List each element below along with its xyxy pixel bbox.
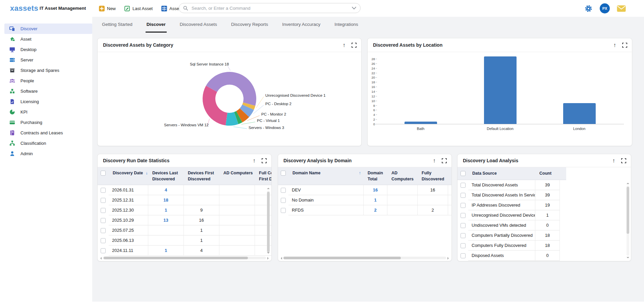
tab-discovered-assets[interactable]: Discovered Assets bbox=[179, 17, 218, 33]
cell-devices-last[interactable]: 1 bbox=[148, 205, 184, 215]
table-row[interactable]: DEV1616 bbox=[278, 185, 451, 195]
search-input[interactable] bbox=[191, 5, 349, 11]
horizontal-scrollbar[interactable] bbox=[99, 256, 270, 260]
sidebar-item-kpi[interactable]: KPI bbox=[4, 107, 92, 117]
table-row[interactable]: Undiscovered VMs detected0 bbox=[458, 220, 631, 230]
expand-icon[interactable] bbox=[622, 43, 627, 48]
tab-discover[interactable]: Discover bbox=[146, 17, 167, 33]
row-select-checkbox[interactable] bbox=[461, 203, 466, 208]
scroll-down-arrow[interactable] bbox=[627, 257, 629, 260]
row-select-checkbox[interactable] bbox=[101, 218, 106, 223]
tab-inventory-accuracy[interactable]: Inventory Accuracy bbox=[281, 17, 321, 33]
scroll-up-arrow[interactable] bbox=[267, 186, 270, 189]
sidebar-item-people[interactable]: People bbox=[4, 76, 92, 86]
table-row[interactable]: 2024.11.1114 bbox=[98, 246, 271, 256]
sidebar-item-desktop[interactable]: Desktop bbox=[4, 44, 92, 55]
scroll-left-arrow[interactable] bbox=[99, 257, 102, 260]
column-header-domain-name[interactable]: Domain Name↑ bbox=[288, 167, 364, 185]
sidebar-item-asset[interactable]: Asset bbox=[4, 34, 92, 44]
horizontal-scrollbar[interactable] bbox=[279, 256, 450, 260]
row-select-checkbox[interactable] bbox=[461, 243, 466, 248]
tab-getting-started[interactable]: Getting Started bbox=[101, 17, 133, 33]
cell-domain[interactable]: 16 bbox=[364, 185, 387, 195]
chevron-down-icon[interactable] bbox=[352, 7, 356, 9]
table-row[interactable]: Total Discovered Assets In Service39 bbox=[458, 190, 631, 200]
scroll-up-arrow[interactable] bbox=[627, 181, 629, 184]
cell-devices-last[interactable]: 1 bbox=[148, 246, 184, 256]
select-all-checkbox[interactable] bbox=[281, 171, 286, 176]
column-header-ad[interactable]: ADComputers bbox=[387, 167, 418, 185]
row-select-checkbox[interactable] bbox=[461, 183, 466, 188]
row-select-checkbox[interactable] bbox=[101, 228, 106, 233]
row-select-checkbox[interactable] bbox=[461, 253, 466, 258]
scrollbar-thumb[interactable] bbox=[267, 192, 270, 252]
table-row[interactable]: Unrecognised Discovered Devices1 bbox=[458, 210, 631, 220]
table-row[interactable]: RFDS22 bbox=[278, 205, 451, 215]
export-arrow-icon[interactable]: ↑ bbox=[343, 42, 346, 48]
table-row[interactable]: 2026.01.314 bbox=[98, 185, 271, 195]
bar-default-location[interactable] bbox=[484, 56, 517, 124]
column-header-discovery-date[interactable]: Discovery Date↓ bbox=[109, 167, 148, 185]
mail-icon[interactable] bbox=[617, 5, 626, 12]
column-header-fully[interactable]: FullyDiscovered bbox=[418, 167, 448, 185]
sidebar-item-server[interactable]: Server bbox=[4, 55, 92, 65]
table-row[interactable]: Computers Partially Discovered18 bbox=[458, 230, 631, 241]
sidebar-item-storage-and-spares[interactable]: Storage and Spares bbox=[4, 65, 92, 76]
scrollbar-thumb[interactable] bbox=[627, 187, 629, 234]
table-row[interactable]: Disposed Assets0 bbox=[458, 251, 631, 261]
row-select-checkbox[interactable] bbox=[461, 193, 466, 198]
column-header-full-comp[interactable]: Full CompFirst Disc bbox=[255, 167, 272, 185]
table-row[interactable]: Computers Fully Discovered18 bbox=[458, 241, 631, 251]
table-row[interactable]: 2025.06.131 bbox=[98, 235, 271, 246]
donut-slice-servers-windows-vm[interactable] bbox=[203, 86, 227, 125]
expand-icon[interactable] bbox=[621, 158, 626, 163]
sidebar-item-classification[interactable]: Classification bbox=[4, 138, 92, 148]
row-select-checkbox[interactable] bbox=[101, 238, 106, 243]
table-row[interactable]: 2025.12.3019 bbox=[98, 205, 271, 215]
scrollbar-thumb[interactable] bbox=[283, 257, 401, 259]
select-all-checkbox[interactable] bbox=[101, 171, 106, 176]
app-logo[interactable]: xassets bbox=[10, 0, 38, 17]
export-arrow-icon[interactable]: ↑ bbox=[613, 42, 616, 48]
row-select-checkbox[interactable] bbox=[101, 198, 106, 203]
select-all-checkbox[interactable] bbox=[461, 171, 466, 176]
row-select-checkbox[interactable] bbox=[461, 233, 466, 238]
row-select-checkbox[interactable] bbox=[281, 208, 286, 213]
row-select-checkbox[interactable] bbox=[281, 198, 286, 203]
row-select-checkbox[interactable] bbox=[101, 188, 106, 193]
sidebar-item-contracts-and-leases[interactable]: Contracts and Leases bbox=[4, 128, 92, 138]
export-arrow-icon[interactable]: ↑ bbox=[433, 158, 436, 164]
cell-devices-last[interactable]: 13 bbox=[148, 215, 184, 225]
sidebar-item-admin[interactable]: Admin bbox=[4, 148, 92, 159]
export-arrow-icon[interactable]: ↑ bbox=[253, 158, 256, 164]
column-header-count[interactable]: Count bbox=[535, 167, 560, 180]
gear-icon[interactable] bbox=[584, 4, 593, 13]
bar-bath[interactable] bbox=[405, 122, 437, 124]
sidebar-item-discover[interactable]: Discover bbox=[4, 24, 92, 34]
new-button[interactable]: New bbox=[99, 6, 116, 11]
table-row[interactable]: 2025.07.251 bbox=[98, 225, 271, 235]
sidebar-item-purchasing[interactable]: Purchasing bbox=[4, 117, 92, 128]
row-select-checkbox[interactable] bbox=[461, 223, 466, 228]
sidebar-item-licensing[interactable]: Licensing bbox=[4, 96, 92, 107]
bar-london[interactable] bbox=[563, 103, 596, 124]
vertical-scrollbar[interactable] bbox=[626, 181, 630, 260]
column-header-devices-last[interactable]: Devices LastDiscovered bbox=[148, 167, 184, 185]
cell-domain[interactable]: 1 bbox=[364, 195, 387, 205]
column-header-dis[interactable]: DisFail bbox=[448, 167, 452, 185]
vertical-scrollbar[interactable] bbox=[266, 186, 270, 255]
column-header-ad-computers[interactable]: AD Computers bbox=[219, 167, 255, 185]
scroll-right-arrow[interactable] bbox=[447, 257, 450, 260]
last-asset-button[interactable]: Last Asset bbox=[124, 6, 153, 11]
row-select-checkbox[interactable] bbox=[281, 188, 286, 193]
export-arrow-icon[interactable]: ↑ bbox=[612, 158, 615, 164]
row-select-checkbox[interactable] bbox=[101, 248, 106, 253]
expand-icon[interactable] bbox=[442, 158, 447, 163]
scroll-down-arrow[interactable] bbox=[267, 252, 270, 255]
expand-icon[interactable] bbox=[262, 158, 267, 163]
scroll-left-arrow[interactable] bbox=[279, 257, 282, 260]
scroll-right-arrow[interactable] bbox=[267, 257, 270, 260]
column-header-devices-first[interactable]: Devices FirstDiscovered bbox=[184, 167, 219, 185]
table-row[interactable]: No Domain1 bbox=[278, 195, 451, 205]
table-row[interactable]: IP Addresses Discovered19 bbox=[458, 200, 631, 210]
